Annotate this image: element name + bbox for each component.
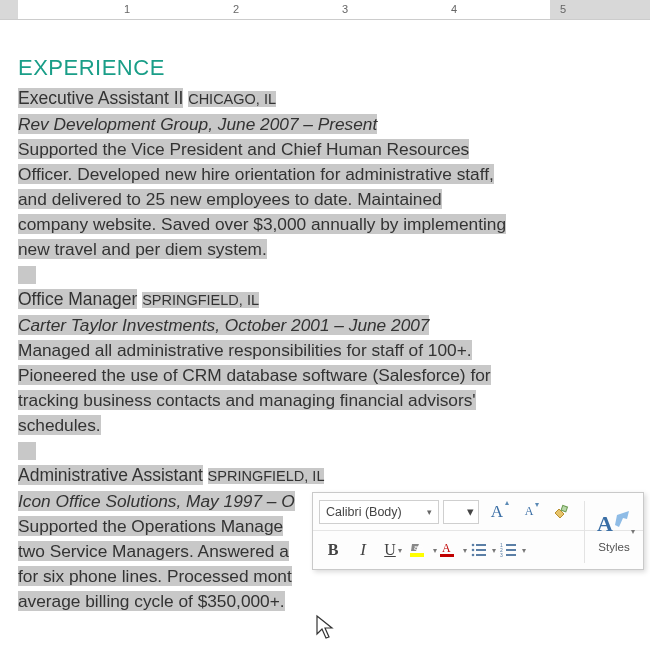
highlight-icon: ab [409, 541, 431, 559]
svg-rect-6 [476, 544, 486, 546]
job-body-line: two Service Managers. Answered a [18, 541, 289, 561]
chevron-down-icon: ▾ [631, 527, 635, 536]
job-company-line: Carter Taylor Investments, October 2001 … [18, 313, 632, 338]
job-body-line: schedules. [18, 415, 101, 435]
job-location: CHICAGO, IL [188, 91, 276, 107]
job-company-line: Rev Development Group, June 2007 – Prese… [18, 112, 632, 137]
format-painter-button[interactable] [547, 498, 575, 526]
bold-button[interactable]: B [319, 536, 347, 564]
italic-icon: I [360, 540, 366, 560]
ruler-num-5: 5 [560, 3, 566, 15]
font-color-icon: A [439, 541, 461, 559]
styles-label: Styles [598, 541, 629, 553]
ruler-num-2: 2 [233, 3, 239, 15]
job-body-line: company website. Saved over $3,000 annua… [18, 214, 506, 234]
section-heading-experience: EXPERIENCE [18, 55, 632, 80]
bullets-button[interactable]: ▾ [469, 536, 497, 564]
svg-rect-0 [561, 505, 567, 511]
svg-rect-2 [410, 553, 424, 557]
job-body-line: Supported the Operations Manage [18, 516, 283, 536]
svg-text:ab: ab [414, 543, 423, 552]
svg-point-7 [472, 549, 475, 552]
svg-point-9 [472, 554, 475, 557]
numbering-icon: 1 2 3 [500, 542, 520, 558]
underline-button[interactable]: U▾ [379, 536, 407, 564]
svg-rect-10 [476, 554, 486, 556]
job-body-line: Officer. Developed new hire orientation … [18, 164, 494, 184]
italic-button[interactable]: I [349, 536, 377, 564]
ruler-num-4: 4 [451, 3, 457, 15]
numbering-button[interactable]: 1 2 3 ▾ [499, 536, 527, 564]
chevron-down-icon: ▾ [433, 546, 437, 555]
job-body-line: and delivered to 25 new employees to dat… [18, 189, 442, 209]
svg-rect-14 [506, 549, 516, 551]
shrink-font-button[interactable]: A▾ [515, 498, 543, 526]
ruler-num-3: 3 [342, 3, 348, 15]
cursor-icon [315, 614, 335, 640]
job-block: Office Manager SPRINGFIELD, IL Carter Ta… [18, 287, 632, 438]
svg-text:3: 3 [500, 552, 503, 558]
svg-rect-12 [506, 544, 516, 546]
toolbar-divider [584, 501, 585, 563]
job-body-line: tracking business contacts and managing … [18, 390, 476, 410]
job-title: Office Manager [18, 289, 137, 309]
job-block: Executive Assistant II CHICAGO, IL Rev D… [18, 86, 632, 262]
job-title-line: Administrative Assistant SPRINGFIELD, IL [18, 463, 632, 489]
ruler[interactable]: 1 2 3 4 5 [0, 0, 650, 20]
bold-icon: B [328, 541, 339, 559]
svg-text:A: A [597, 511, 613, 536]
grow-font-button[interactable]: A▴ [483, 498, 511, 526]
svg-rect-8 [476, 549, 486, 551]
selection-empty-line [18, 266, 36, 284]
svg-rect-16 [506, 554, 516, 556]
job-body-line: for six phone lines. Processed mont [18, 566, 292, 586]
grow-font-icon: A▴ [491, 502, 503, 522]
svg-text:A: A [442, 541, 451, 555]
chevron-down-icon: ▾ [492, 546, 496, 555]
job-title: Executive Assistant II [18, 88, 183, 108]
job-title-line: Office Manager SPRINGFIELD, IL [18, 287, 632, 313]
format-painter-icon [552, 503, 570, 521]
font-size-selector[interactable]: ▾ [443, 500, 479, 524]
highlight-button[interactable]: ab ▾ [409, 536, 437, 564]
chevron-down-icon: ▾ [427, 507, 432, 517]
job-title: Administrative Assistant [18, 465, 203, 485]
chevron-down-icon: ▾ [467, 504, 474, 519]
job-location: SPRINGFIELD, IL [208, 468, 325, 484]
job-title-line: Executive Assistant II CHICAGO, IL [18, 86, 632, 112]
job-body-line: new travel and per diem system. [18, 239, 267, 259]
ruler-inner: 1 2 3 4 5 [0, 0, 650, 19]
underline-icon: U [384, 541, 396, 559]
job-location: SPRINGFIELD, IL [142, 292, 259, 308]
svg-point-5 [472, 544, 475, 547]
job-body-line: average billing cycle of $350,000+. [18, 591, 285, 611]
job-body-line: Managed all administrative responsibilit… [18, 340, 472, 360]
shrink-font-icon: A▾ [525, 504, 534, 519]
ruler-margin-left [0, 0, 18, 19]
styles-icon: A [597, 509, 631, 539]
chevron-down-icon: ▾ [522, 546, 526, 555]
chevron-down-icon: ▾ [463, 546, 467, 555]
styles-button[interactable]: A ▾ Styles [589, 497, 639, 565]
svg-rect-4 [440, 554, 454, 557]
mini-toolbar[interactable]: Calibri (Body) ▾ ▾ A▴ A▾ B I U▾ ab [312, 492, 644, 570]
font-name-value: Calibri (Body) [326, 505, 402, 519]
selection-empty-line [18, 442, 36, 460]
chevron-down-icon: ▾ [398, 546, 402, 555]
font-color-button[interactable]: A ▾ [439, 536, 467, 564]
job-body-line: Supported the Vice President and Chief H… [18, 139, 469, 159]
ruler-num-1: 1 [124, 3, 130, 15]
bullets-icon [470, 542, 490, 558]
font-name-selector[interactable]: Calibri (Body) ▾ [319, 500, 439, 524]
job-body-line: Pioneered the use of CRM database softwa… [18, 365, 491, 385]
